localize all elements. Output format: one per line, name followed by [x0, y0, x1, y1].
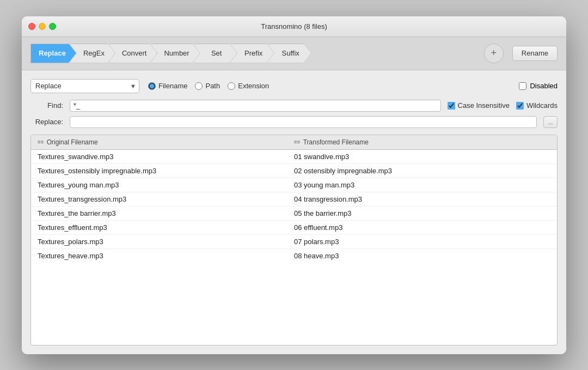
wildcards-checkbox-label[interactable]: Wildcards: [516, 101, 558, 110]
transformed-filename: 03 young man.mp3: [294, 180, 550, 190]
transformed-filename: 05 the barrier.mp3: [294, 209, 550, 218]
table-row[interactable]: Textures_heave.mp3 08 heave.mp3: [31, 249, 557, 263]
header-transformed-label: Transformed Filename: [303, 138, 369, 146]
tab-number[interactable]: Number: [150, 44, 199, 63]
ellipsis-button[interactable]: ...: [543, 116, 558, 128]
original-filename: Textures_swandive.mp3: [38, 152, 294, 161]
transformed-filename: 01 swandive.mp3: [294, 152, 550, 161]
tab-set[interactable]: Set: [193, 44, 237, 63]
traffic-lights: [28, 23, 56, 30]
sort-icon-original: ≡≡: [38, 139, 44, 145]
transformed-filename: 07 polars.mp3: [294, 237, 550, 246]
table-row[interactable]: Textures_effluent.mp3 06 effluent.mp3: [31, 221, 557, 235]
transformed-filename: 08 heave.mp3: [294, 251, 550, 260]
case-insensitive-checkbox[interactable]: [448, 102, 455, 110]
tab-suffix[interactable]: Suffix: [267, 44, 311, 63]
original-filename: Textures_transgression.mp3: [38, 195, 294, 204]
original-filename: Textures_heave.mp3: [38, 251, 294, 260]
original-filename: Textures_ostensibly impregnable.mp3: [38, 166, 294, 175]
transformed-filename: 02 ostensibly impregnable.mp3: [294, 166, 550, 175]
sort-icon-transformed: ≡≡: [294, 139, 301, 145]
disabled-checkbox[interactable]: [519, 82, 526, 90]
header-transformed: ≡≡ Transformed Filename: [294, 138, 550, 146]
disabled-label: Disabled: [530, 82, 558, 90]
find-row: Find: Case Insensitive Wildcards: [30, 100, 558, 112]
table-header: ≡≡ Original Filename ≡≡ Transformed File…: [31, 135, 557, 150]
table-body: Textures_swandive.mp3 01 swandive.mp3 Te…: [31, 150, 557, 263]
case-insensitive-checkbox-label[interactable]: Case Insensitive: [448, 101, 510, 110]
disabled-group: Disabled: [519, 82, 558, 90]
radio-filename[interactable]: Filename: [148, 82, 187, 90]
controls-row: Replace ▼ Filename Path Extension: [30, 79, 558, 93]
radio-path-label: Path: [205, 82, 220, 90]
radio-filename-label: Filename: [158, 82, 187, 90]
content-area: Replace ▼ Filename Path Extension: [22, 70, 566, 354]
maximize-button[interactable]: [49, 23, 56, 30]
dropdown-wrapper: Replace ▼: [30, 79, 139, 93]
wildcards-checkbox[interactable]: [516, 102, 524, 110]
replace-dropdown[interactable]: Replace: [30, 79, 139, 93]
file-table: ≡≡ Original Filename ≡≡ Transformed File…: [30, 135, 558, 345]
transformed-filename: 04 transgression.mp3: [294, 195, 550, 204]
tab-prefix[interactable]: Prefix: [230, 44, 274, 63]
table-row[interactable]: Textures_swandive.mp3 01 swandive.mp3: [31, 150, 557, 164]
rename-button[interactable]: Rename: [512, 46, 558, 61]
tab-replace[interactable]: Replace: [30, 44, 76, 63]
header-original-label: Original Filename: [47, 138, 98, 146]
radio-extension[interactable]: Extension: [228, 82, 269, 90]
case-insensitive-label: Case Insensitive: [458, 101, 510, 110]
tab-list: ReplaceRegExConvertNumberSetPrefixSuffix: [30, 44, 475, 63]
radio-path[interactable]: Path: [195, 82, 220, 90]
toolbar: ReplaceRegExConvertNumberSetPrefixSuffix…: [22, 37, 566, 70]
original-filename: Textures_the barrier.mp3: [38, 209, 294, 218]
table-row[interactable]: Textures_young man.mp3 03 young man.mp3: [31, 178, 557, 192]
replace-label: Replace:: [30, 118, 63, 126]
radio-group: Filename Path Extension: [148, 82, 269, 90]
find-label: Find:: [30, 101, 63, 110]
original-filename: Textures_young man.mp3: [38, 180, 294, 190]
tab-regex[interactable]: RegEx: [70, 44, 115, 63]
table-row[interactable]: Textures_the barrier.mp3 05 the barrier.…: [31, 207, 557, 221]
window-title: Transnomino (8 files): [261, 22, 327, 31]
add-tab-button[interactable]: +: [484, 44, 504, 63]
find-replace-form: Find: Case Insensitive Wildcards Replace…: [30, 100, 558, 128]
transformed-filename: 06 effluent.mp3: [294, 223, 550, 232]
wildcards-label: Wildcards: [526, 101, 558, 110]
original-filename: Textures_effluent.mp3: [38, 223, 294, 232]
close-button[interactable]: [28, 23, 35, 30]
find-input[interactable]: [70, 100, 441, 112]
app-window: Transnomino (8 files) ReplaceRegExConver…: [22, 16, 566, 354]
minimize-button[interactable]: [39, 23, 46, 30]
table-row[interactable]: Textures_ostensibly impregnable.mp3 02 o…: [31, 164, 557, 178]
radio-extension-label: Extension: [238, 82, 269, 90]
table-row[interactable]: Textures_polars.mp3 07 polars.mp3: [31, 235, 557, 249]
titlebar: Transnomino (8 files): [22, 16, 566, 37]
tab-convert[interactable]: Convert: [108, 44, 157, 63]
replace-row: Replace: ...: [30, 116, 558, 128]
replace-input[interactable]: [70, 116, 537, 128]
original-filename: Textures_polars.mp3: [38, 237, 294, 246]
table-row[interactable]: Textures_transgression.mp3 04 transgress…: [31, 192, 557, 207]
header-original: ≡≡ Original Filename: [38, 138, 294, 146]
